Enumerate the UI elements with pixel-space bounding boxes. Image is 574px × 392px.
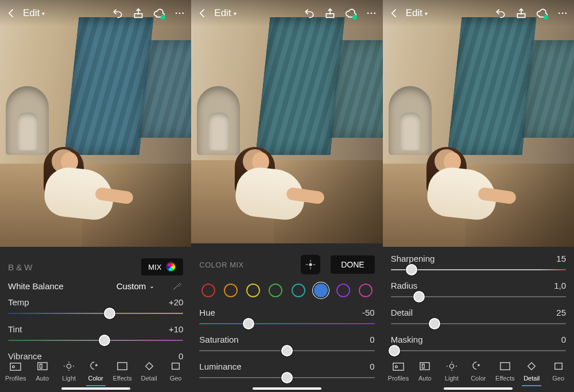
svg-rect-6 — [38, 363, 47, 370]
cloud-sync-icon[interactable] — [345, 7, 356, 19]
tab-detail[interactable]: Detail — [518, 361, 545, 382]
mode-dropdown[interactable]: Edit▾ — [214, 7, 236, 19]
slider-tint[interactable]: Tint+10 — [8, 324, 183, 341]
bw-toggle[interactable]: B & W — [8, 262, 33, 272]
home-indicator — [444, 387, 513, 390]
share-icon[interactable] — [515, 7, 527, 19]
undo-icon[interactable] — [495, 7, 506, 19]
panel-color-mix: COLOR MIX DONE Hue-50 Saturation0 Lumin — [191, 243, 382, 392]
swatch-magenta[interactable] — [359, 284, 373, 297]
slider-hue[interactable]: Hue-50 — [199, 308, 374, 324]
panel-color: B & W MIX White Balance Custom ⌄ Temp+20… — [0, 247, 191, 392]
done-button[interactable]: DONE — [331, 255, 374, 274]
chevron-down-icon: ▾ — [42, 10, 45, 17]
panel-detail: Sharpening15 Radius1,0 Detail25 Masking0… — [383, 247, 574, 392]
chevron-down-icon: ▾ — [425, 10, 428, 17]
slider-saturation[interactable]: Saturation0 — [199, 335, 374, 351]
share-icon[interactable] — [133, 7, 144, 19]
tab-auto[interactable]: Auto — [29, 361, 55, 382]
sync-status-dot — [544, 15, 548, 20]
back-icon[interactable] — [389, 7, 400, 19]
pane-color: Edit ▾ B & W MIX White Balance — [0, 0, 191, 392]
cloud-sync-icon[interactable] — [153, 7, 165, 19]
svg-point-20 — [309, 263, 312, 266]
svg-rect-29 — [393, 363, 404, 371]
tab-geometry[interactable]: Geo — [162, 361, 189, 382]
swatch-blue[interactable] — [314, 284, 328, 297]
back-icon[interactable] — [197, 7, 208, 19]
svg-point-28 — [565, 13, 567, 14]
eyedropper-icon[interactable] — [172, 280, 183, 292]
more-icon[interactable] — [174, 7, 185, 19]
more-icon[interactable] — [557, 7, 568, 19]
tool-tab-bar: Profiles Auto Light Color Effects Detail… — [0, 361, 191, 382]
photo-preview[interactable] — [191, 0, 382, 243]
tab-effects[interactable]: Effects — [109, 361, 135, 382]
white-balance-value: Custom — [117, 281, 146, 291]
slider-luminance[interactable]: Luminance0 — [199, 362, 374, 378]
tab-effects[interactable]: Effects — [492, 361, 518, 382]
targeted-adjust-button[interactable] — [301, 255, 320, 274]
svg-point-38 — [478, 364, 479, 366]
undo-icon[interactable] — [112, 7, 123, 19]
home-indicator — [253, 387, 321, 390]
cloud-sync-icon[interactable] — [536, 7, 548, 19]
svg-rect-7 — [40, 364, 42, 368]
mode-dropdown[interactable]: Edit▾ — [406, 7, 428, 19]
share-icon[interactable] — [324, 7, 336, 19]
swatch-yellow[interactable] — [246, 284, 260, 297]
back-icon[interactable] — [6, 7, 17, 19]
photo-preview[interactable] — [383, 0, 574, 247]
undo-icon[interactable] — [304, 7, 315, 19]
mode-dropdown[interactable]: Edit ▾ — [23, 7, 45, 19]
tool-tab-bar: Profiles Auto Light Color Effects Detail… — [383, 361, 574, 382]
pane-color-mix: Edit▾ COLOR MIX DONE — [191, 0, 382, 392]
slider-radius[interactable]: Radius1,0 — [391, 281, 566, 297]
svg-rect-32 — [422, 364, 425, 368]
slider-detail[interactable]: Detail25 — [391, 308, 566, 324]
slider-sharpening[interactable]: Sharpening15 — [391, 254, 566, 270]
svg-point-27 — [562, 13, 564, 14]
swatch-red[interactable] — [201, 284, 215, 297]
svg-rect-4 — [10, 363, 21, 371]
top-bar: Edit▾ — [383, 0, 574, 26]
tab-color[interactable]: Color — [82, 361, 108, 382]
swatch-aqua[interactable] — [292, 284, 305, 297]
svg-point-17 — [367, 13, 369, 14]
svg-point-18 — [370, 13, 372, 14]
tab-profiles[interactable]: Profiles — [2, 361, 29, 382]
mode-label: Edit — [23, 7, 40, 19]
color-swatches — [199, 279, 374, 302]
svg-rect-15 — [172, 363, 180, 370]
tab-profiles[interactable]: Profiles — [385, 361, 412, 382]
white-balance-caption: White Balance — [8, 281, 64, 291]
svg-rect-31 — [420, 363, 429, 370]
tab-light[interactable]: Light — [56, 361, 82, 382]
svg-point-8 — [67, 364, 71, 368]
mix-label: MIX — [148, 263, 161, 271]
svg-point-26 — [559, 13, 560, 14]
slider-masking[interactable]: Masking0 — [391, 335, 566, 351]
chevron-down-icon: ⌄ — [149, 282, 154, 290]
slider-temp[interactable]: Temp+20 — [8, 297, 183, 314]
svg-point-3 — [183, 13, 184, 14]
swatch-purple[interactable] — [336, 284, 350, 297]
tab-geometry[interactable]: Geo — [545, 361, 571, 382]
svg-point-30 — [395, 366, 397, 368]
mix-button[interactable]: MIX — [141, 258, 183, 275]
sync-status-dot — [352, 15, 357, 20]
slider-vibrance[interactable]: Vibrance0 — [8, 351, 183, 361]
svg-point-13 — [95, 364, 96, 366]
color-mix-title: COLOR MIX — [199, 261, 243, 269]
tab-color[interactable]: Color — [465, 361, 491, 382]
tab-detail[interactable]: Detail — [135, 361, 162, 382]
tab-auto[interactable]: Auto — [412, 361, 438, 382]
photo-preview[interactable] — [0, 0, 191, 247]
white-balance-select[interactable]: Custom ⌄ — [117, 281, 155, 291]
tab-light[interactable]: Light — [439, 361, 465, 382]
home-indicator — [61, 387, 130, 390]
swatch-green[interactable] — [269, 284, 282, 297]
swatch-orange[interactable] — [224, 284, 238, 297]
more-icon[interactable] — [366, 7, 377, 19]
top-bar: Edit▾ — [191, 0, 382, 26]
